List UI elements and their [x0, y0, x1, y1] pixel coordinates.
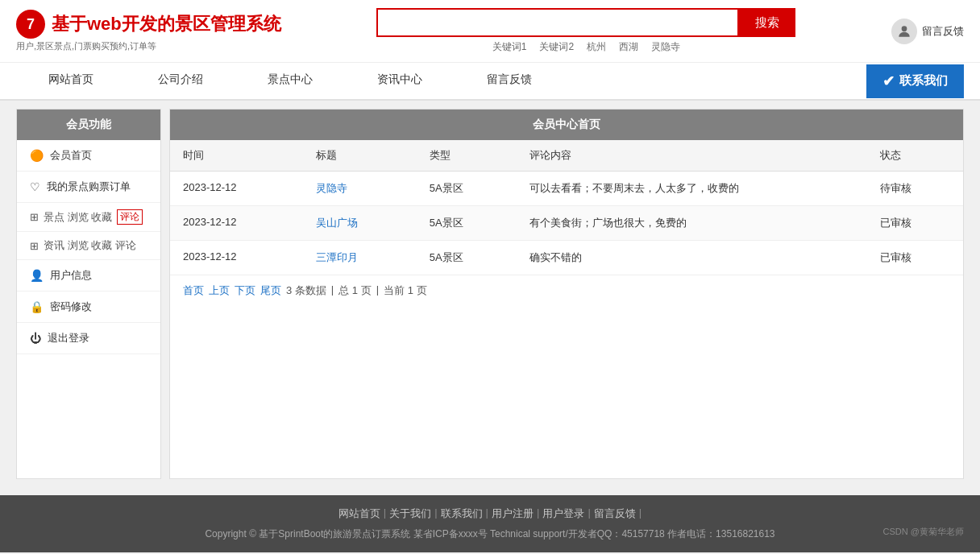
- svg-point-0: [902, 26, 907, 31]
- page-first[interactable]: 首页: [183, 283, 204, 298]
- sidebar: 会员功能 🟠 会员首页 ♡ 我的景点购票订单 ⊞ 景点 浏览 收藏 评论 ⊞ 资…: [16, 109, 161, 479]
- main-content: 会员功能 🟠 会员首页 ♡ 我的景点购票订单 ⊞ 景点 浏览 收藏 评论 ⊞ 资…: [0, 101, 980, 487]
- footer-link-contact[interactable]: 联系我们: [441, 506, 483, 521]
- footer-link-register[interactable]: 用户注册: [492, 506, 534, 521]
- page-last[interactable]: 尾页: [260, 283, 281, 298]
- table-row: 2023-12-12灵隐寺5A景区可以去看看；不要周末去，人太多了，收费的待审核: [170, 172, 963, 206]
- search-tags: 关键词1 关键词2 杭州 西湖 灵隐寺: [492, 40, 680, 54]
- lock-icon: 🔒: [30, 300, 44, 313]
- sidebar-item-orders[interactable]: ♡ 我的景点购票订单: [17, 172, 160, 203]
- col-title: 标题: [303, 140, 417, 172]
- page-divider-1: |: [331, 283, 334, 298]
- sidebar-item-news-review[interactable]: ⊞ 资讯 浏览 收藏 评论: [17, 232, 160, 260]
- nav-item-feedback[interactable]: 留言反馈: [455, 63, 564, 99]
- search-tag-2[interactable]: 关键词2: [539, 40, 574, 54]
- navigation: 网站首页 公司介绍 景点中心 资讯中心 留言反馈 ✔ 联系我们: [0, 63, 980, 101]
- page-prev[interactable]: 上页: [209, 283, 230, 298]
- header: 7 基于web开发的景区管理系统 用户,景区景点,门票购买预约,订单等 搜索 关…: [0, 0, 980, 63]
- search-tag-4[interactable]: 西湖: [619, 40, 638, 54]
- scenic-icon: ⊞: [30, 211, 39, 223]
- footer-link-home[interactable]: 网站首页: [338, 506, 380, 521]
- review-link-scenic[interactable]: 评论: [117, 209, 143, 225]
- search-tag-3[interactable]: 杭州: [587, 40, 606, 54]
- page-total-records: 3 条数据: [286, 283, 326, 298]
- cell-type: 5A景区: [417, 241, 517, 275]
- cell-time: 2023-12-12: [170, 172, 303, 206]
- cell-comment: 可以去看看；不要周末去，人太多了，收费的: [517, 172, 868, 206]
- cell-title[interactable]: 吴山广场: [303, 206, 417, 241]
- cell-status[interactable]: 待审核: [867, 172, 963, 206]
- search-button[interactable]: 搜索: [739, 8, 795, 37]
- sidebar-item-password[interactable]: 🔒 密码修改: [17, 291, 160, 323]
- contact-icon: ✔: [882, 72, 895, 90]
- footer-link-about[interactable]: 关于我们: [389, 506, 431, 521]
- sidebar-item-home[interactable]: 🟠 会员首页: [17, 140, 160, 172]
- logout-icon: ⏻: [30, 332, 41, 345]
- user-area[interactable]: 留言反馈: [891, 19, 964, 44]
- page-current: 当前 1 页: [384, 283, 426, 298]
- footer-links: 网站首页 | 关于我们 | 联系我们 | 用户注册 | 用户登录 | 留言反馈 …: [16, 506, 964, 521]
- table-row: 2023-12-12吴山广场5A景区有个美食街；广场也很大，免费的已审核: [170, 206, 963, 241]
- logo-area: 7 基于web开发的景区管理系统 用户,景区景点,门票购买预约,订单等: [16, 10, 281, 52]
- sidebar-header: 会员功能: [17, 110, 160, 140]
- page-total-pages: 总 1 页: [338, 283, 371, 298]
- news-label: 资讯 浏览 收藏 评论: [44, 238, 136, 253]
- nav-item-scenic[interactable]: 景点中心: [235, 63, 345, 99]
- sidebar-item-logout[interactable]: ⏻ 退出登录: [17, 323, 160, 354]
- search-area: 搜索 关键词1 关键词2 杭州 西湖 灵隐寺: [330, 8, 843, 54]
- cell-comment: 有个美食街；广场也很大，免费的: [517, 206, 868, 241]
- footer-link-login[interactable]: 用户登录: [542, 506, 584, 521]
- col-type: 类型: [417, 140, 517, 172]
- search-tag-5[interactable]: 灵隐寺: [651, 40, 680, 54]
- col-comment: 评论内容: [517, 140, 868, 172]
- cell-status: 已审核: [867, 206, 963, 241]
- nav-item-home[interactable]: 网站首页: [16, 63, 126, 99]
- sidebar-item-user-info[interactable]: 👤 用户信息: [17, 260, 160, 291]
- contact-button[interactable]: ✔ 联系我们: [866, 64, 964, 98]
- home-icon: 🟠: [30, 149, 44, 162]
- cell-title[interactable]: 三潭印月: [303, 241, 417, 275]
- reviews-table: 时间 标题 类型 评论内容 状态 2023-12-12灵隐寺5A景区可以去看看；…: [170, 140, 963, 275]
- footer-copyright: Copyright © 基于SprintBoot的旅游景点订票系统 某省ICP备…: [16, 527, 964, 541]
- cell-type: 5A景区: [417, 172, 517, 206]
- cell-time: 2023-12-12: [170, 241, 303, 275]
- scenic-label: 景点 浏览 收藏: [44, 210, 112, 225]
- cell-title[interactable]: 灵隐寺: [303, 172, 417, 206]
- user-icon: [891, 19, 917, 44]
- user-info-icon: 👤: [30, 269, 44, 282]
- nav-links: 网站首页 公司介绍 景点中心 资讯中心 留言反馈: [16, 63, 564, 99]
- search-input[interactable]: [376, 8, 739, 37]
- nav-item-about[interactable]: 公司介绍: [126, 63, 235, 99]
- logo-title: 7 基于web开发的景区管理系统: [16, 10, 281, 39]
- footer: 网站首页 | 关于我们 | 联系我们 | 用户注册 | 用户登录 | 留言反馈 …: [0, 495, 980, 552]
- news-icon: ⊞: [30, 240, 39, 252]
- watermark: CSDN @黄菊华老师: [883, 526, 964, 538]
- nav-item-news[interactable]: 资讯中心: [345, 63, 455, 99]
- col-time: 时间: [170, 140, 303, 172]
- col-status: 状态: [867, 140, 963, 172]
- logo-icon: 7: [16, 10, 45, 39]
- content-panel: 会员中心首页 时间 标题 类型 评论内容 状态 2023-12-12灵隐寺5A景…: [169, 109, 964, 479]
- search-tag-1[interactable]: 关键词1: [492, 40, 527, 54]
- page-next[interactable]: 下页: [235, 283, 255, 298]
- sidebar-item-scenic-review[interactable]: ⊞ 景点 浏览 收藏 评论: [17, 203, 160, 232]
- cell-status: 已审核: [867, 241, 963, 275]
- logo-subtitle: 用户,景区景点,门票购买预约,订单等: [16, 40, 281, 52]
- pagination: 首页 上页 下页 尾页 3 条数据 | 总 1 页 | 当前 1 页: [170, 275, 963, 306]
- cell-comment: 确实不错的: [517, 241, 868, 275]
- footer-link-feedback[interactable]: 留言反馈: [594, 506, 636, 521]
- content-title: 会员中心首页: [170, 110, 963, 140]
- cell-time: 2023-12-12: [170, 206, 303, 241]
- user-label: 留言反馈: [922, 24, 964, 39]
- page-divider-2: |: [376, 283, 379, 298]
- table-row: 2023-12-12三潭印月5A景区确实不错的已审核: [170, 241, 963, 275]
- cell-type: 5A景区: [417, 206, 517, 241]
- heart-icon: ♡: [30, 180, 40, 193]
- search-row: 搜索: [376, 8, 795, 37]
